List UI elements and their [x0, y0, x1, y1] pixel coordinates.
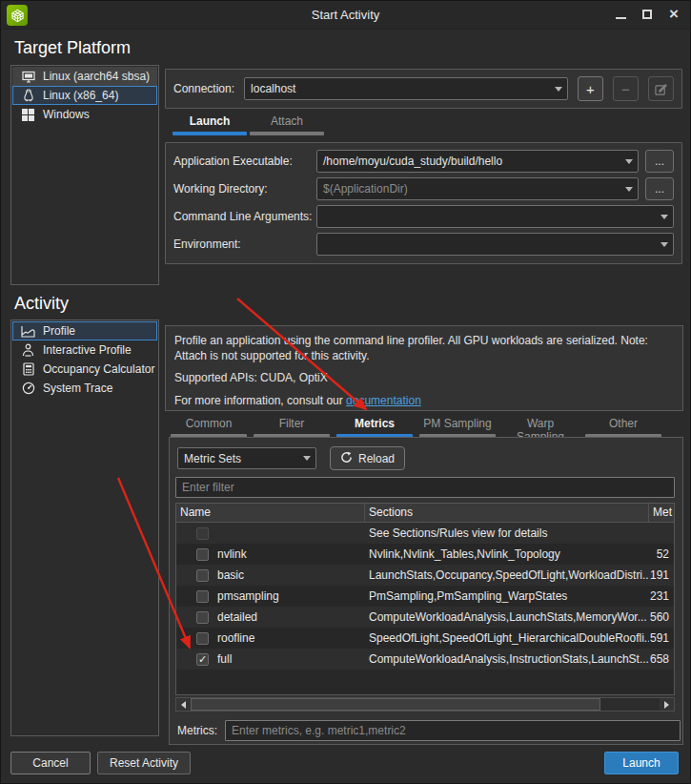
edit-connection-button[interactable] — [648, 76, 674, 101]
metric-set-row-custom[interactable]: See Sections/Rules view for details — [176, 523, 674, 544]
reload-icon — [340, 451, 353, 466]
metric-set-row-basic[interactable]: basicLaunchStats,Occupancy,SpeedOfLight,… — [176, 565, 674, 586]
tab-attach[interactable]: Attach — [250, 112, 324, 135]
launch-button[interactable]: Launch — [604, 752, 679, 774]
table-header: NameSectionsMet — [176, 504, 674, 523]
checkbox-custom[interactable] — [196, 527, 209, 540]
launch-form-group: Application Executable:/home/moyu/cuda_s… — [165, 142, 682, 264]
activity-heading: Activity — [14, 294, 69, 314]
command-line-arguments-label: Command Line Arguments: — [173, 210, 316, 223]
metric-sets-select[interactable]: Metric Sets — [177, 447, 316, 469]
application-executable-browse-button[interactable]: ... — [645, 150, 674, 173]
chevron-down-icon — [550, 87, 567, 92]
checkbox-nvlink[interactable] — [196, 548, 209, 561]
platform-item-windows[interactable]: Windows — [12, 105, 157, 124]
connection-select[interactable]: localhost — [244, 77, 568, 100]
working-directory-field[interactable]: $(ApplicationDir) — [316, 177, 639, 200]
metric-set-row-full[interactable]: ✓fullComputeWorkloadAnalysis,Instruction… — [176, 649, 674, 670]
metrics-label: Metrics: — [177, 724, 217, 737]
maximize-icon[interactable] — [637, 4, 658, 25]
platform-item-linux-aarch64-sbsa[interactable]: Linux (aarch64 sbsa) — [12, 67, 157, 86]
monitor-icon — [21, 70, 35, 84]
close-icon[interactable]: × — [663, 4, 684, 25]
column-header-sections[interactable]: Sections — [365, 504, 649, 522]
metrics-tab-panel: Metric Sets Reload NameSectionsMet See S… — [169, 437, 683, 745]
column-header-met[interactable]: Met — [649, 504, 674, 522]
command-line-arguments-field[interactable] — [316, 205, 674, 228]
profile-description-panel: Profile an application using the command… — [165, 325, 683, 411]
windows-icon — [21, 108, 35, 122]
application-executable-label: Application Executable: — [173, 155, 316, 168]
gauge-icon — [21, 382, 35, 396]
platform-item-linux-x86-64[interactable]: Linux (x86_64) — [12, 86, 157, 105]
chevron-down-icon — [620, 187, 638, 192]
metric-filter-input[interactable] — [175, 477, 675, 498]
person-icon — [21, 343, 35, 358]
add-connection-button[interactable]: + — [578, 76, 603, 101]
checkbox-roofline[interactable] — [196, 632, 209, 645]
more-info-text: For more information, consult our — [174, 394, 346, 407]
target-platform-list: Linux (aarch64 sbsa)Linux (x86_64)Window… — [10, 65, 159, 285]
documentation-link[interactable]: documentation — [346, 394, 421, 407]
supported-apis: Supported APIs: CUDA, OptiX — [174, 370, 674, 385]
working-directory-label: Working Directory: — [173, 182, 316, 196]
scroll-right-icon[interactable] — [660, 698, 674, 711]
metric-set-row-nvlink[interactable]: nvlinkNvlink,Nvlink_Tables,Nvlink_Topolo… — [176, 544, 674, 565]
activity-item-interactive-profile[interactable]: Interactive Profile — [12, 340, 157, 360]
reload-button[interactable]: Reload — [330, 446, 405, 470]
activity-item-occupancy-calculator[interactable]: Occupancy Calculator — [12, 360, 157, 379]
chevron-down-icon — [656, 242, 673, 247]
checkbox-full[interactable]: ✓ — [196, 653, 209, 666]
chevron-down-icon — [620, 159, 638, 164]
target-platform-heading: Target Platform — [14, 38, 131, 58]
tab-launch[interactable]: Launch — [173, 112, 247, 135]
working-directory-browse-button[interactable]: ... — [645, 177, 674, 200]
launch-attach-tabs: LaunchAttach — [173, 112, 324, 135]
connection-group: Connection: localhost + − — [165, 69, 682, 109]
activity-list: ProfileInteractive ProfileOccupancy Calc… — [10, 320, 159, 736]
calculator-icon — [21, 362, 35, 377]
metric-set-row-pmsampling[interactable]: pmsamplingPmSampling,PmSampling_WarpStat… — [176, 586, 674, 607]
remove-connection-button[interactable]: − — [613, 76, 639, 101]
chevron-down-icon — [298, 456, 315, 461]
activity-item-profile[interactable]: Profile — [12, 321, 157, 340]
checkbox-basic[interactable] — [196, 569, 209, 582]
horizontal-scrollbar[interactable] — [175, 697, 675, 712]
metric-set-row-roofline[interactable]: rooflineSpeedOfLight,SpeedOfLight_Hierar… — [176, 628, 674, 649]
application-executable-field[interactable]: /home/moyu/cuda_study/build/hello — [316, 150, 639, 173]
scrollbar-thumb[interactable] — [191, 698, 600, 711]
checkbox-detailed[interactable] — [196, 611, 209, 624]
column-header-name[interactable]: Name — [176, 504, 365, 522]
connection-label: Connection: — [173, 82, 234, 95]
chart-icon — [21, 324, 35, 339]
environment-label: Environment: — [173, 237, 316, 251]
checkbox-pmsampling[interactable] — [196, 590, 209, 603]
metric-sets-table: NameSectionsMet See Sections/Rules view … — [175, 503, 675, 695]
profile-description: Profile an application using the command… — [174, 333, 674, 363]
start-activity-dialog: Start Activity × Target Platform Linux (… — [0, 0, 691, 784]
window-title: Start Activity — [1, 8, 690, 22]
environment-field[interactable] — [316, 233, 674, 256]
linux-penguin-icon — [21, 89, 35, 103]
reset-activity-button[interactable]: Reset Activity — [97, 752, 191, 774]
title-bar: Start Activity × — [1, 1, 690, 30]
minimize-icon[interactable] — [610, 4, 631, 25]
chevron-down-icon — [656, 215, 673, 219]
metrics-input[interactable] — [225, 720, 681, 741]
activity-item-system-trace[interactable]: System Trace — [12, 379, 157, 398]
metric-set-row-detailed[interactable]: detailedComputeWorkloadAnalysis,LaunchSt… — [176, 607, 674, 628]
scroll-left-icon[interactable] — [176, 698, 191, 711]
cancel-button[interactable]: Cancel — [10, 752, 91, 774]
